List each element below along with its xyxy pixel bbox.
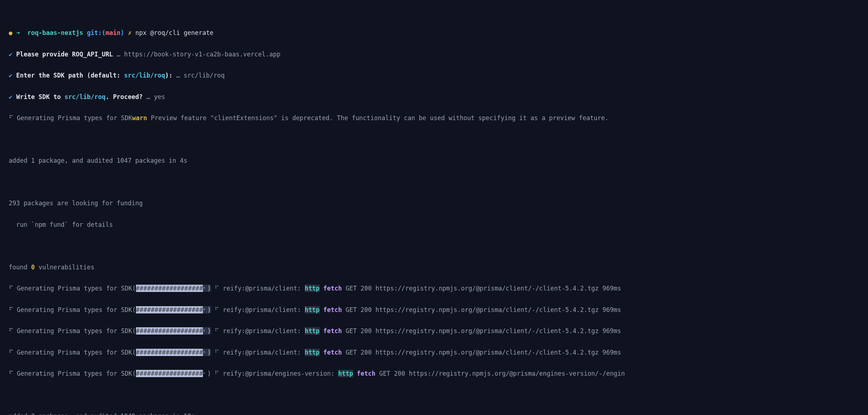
prompt-api-url: ✔ Please provide ROQ_API_URL … https://b… [9,49,868,60]
reify-line: ⠋ Generating Prisma types for SDK(######… [9,305,868,315]
reify-line: ⠋ Generating Prisma types for SDK(######… [9,347,868,358]
dirty-indicator: ● [9,29,12,36]
spinner-icon: ⠋ [9,327,13,335]
prompt-confirm: ✔ Write SDK to src/lib/roq. Proceed? … y… [9,92,868,102]
npm-fund-line: 293 packages are looking for funding [9,198,868,209]
http-badge: http [305,327,320,335]
spinner-icon: ⠋ [9,306,13,313]
cwd: roq-baas-nextjs [27,29,83,36]
npm-added-line: added 1 package, and audited 1047 packag… [9,155,868,166]
spinner-icon: ⠋ [9,370,13,377]
check-icon: ✔ [9,51,12,58]
terminal-output[interactable]: ● ➜ roq-baas-nextjs git:(main) ✗ npx @ro… [0,0,868,415]
npm-added-line: added 2 packages, and audited 1049 packa… [9,411,868,415]
progress-bar: ################## [136,285,203,292]
reify-line: ⠋ Generating Prisma types for SDK(######… [9,283,868,294]
confirm-value: yes [154,93,165,100]
http-badge: http [338,370,353,377]
progress-bar: ################## [136,349,203,356]
reify-line: ⠋ Generating Prisma types for SDK(######… [9,326,868,336]
status-icon: ✗ [128,29,132,36]
spinner-icon: ⠋ [9,114,13,122]
npm-fund-line: run `npm fund` for details [9,220,868,230]
progress-bar: ################## [136,327,203,335]
blank-line [9,177,868,187]
progress-bar: ################## [136,370,203,377]
check-icon: ✔ [9,93,12,100]
generating-warn-line: ⠋ Generating Prisma types for SDKwarn Pr… [9,113,868,123]
blank-line [9,390,868,400]
http-badge: http [305,349,320,356]
spinner-icon: ⠋ [9,285,13,292]
npm-vuln-line: found 0 vulnerabilities [9,262,868,273]
git-branch: main [105,29,120,36]
http-badge: http [305,306,320,313]
reify-line: ⠋ Generating Prisma types for SDK(######… [9,368,868,379]
spinner-icon: ⠋ [9,349,13,356]
prompt-line: ● ➜ roq-baas-nextjs git:(main) ✗ npx @ro… [9,28,868,38]
api-url-value: https://book-story-v1-ca2b-baas.vercel.a… [124,51,280,58]
check-icon: ✔ [9,72,12,79]
git-label: git: [87,29,102,36]
prompt-sdk-path: ✔ Enter the SDK path (default: src/lib/r… [9,70,868,81]
blank-line [9,134,868,145]
sdk-path-value: src/lib/roq [184,72,225,79]
progress-bar: ################## [136,306,203,313]
prompt-arrow: ➜ [16,29,20,36]
warn-label: warn [132,114,147,122]
command: npx @roq/cli generate [135,29,213,36]
http-badge: http [305,285,320,292]
blank-line [9,241,868,251]
